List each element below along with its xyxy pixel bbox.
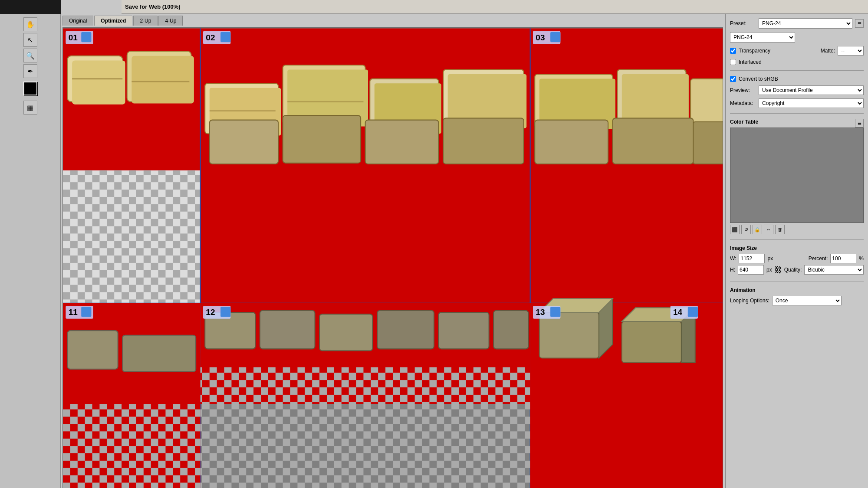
matte-select[interactable]: -- [838, 46, 864, 56]
svg-rect-51 [493, 311, 528, 349]
preset-menu-btn[interactable]: ☰ [855, 19, 864, 28]
svg-rect-73 [81, 307, 91, 317]
looping-select[interactable]: Once Forever [772, 296, 842, 305]
svg-text:02: 02 [206, 33, 215, 42]
w-px-label: px [767, 255, 773, 262]
ct-btn-3[interactable]: 🔒 [753, 225, 762, 234]
divider-4 [730, 282, 864, 282]
svg-rect-82 [688, 307, 698, 317]
dialog-title: Save for Web (100%) [125, 3, 181, 10]
constrain-proportions-icon[interactable]: ⛓ [775, 265, 782, 275]
foreground-color[interactable] [23, 82, 37, 95]
percent-label: Percent: [809, 255, 828, 262]
preview-select[interactable]: Use Document Profile [759, 85, 864, 95]
canvas-area: Original Optimized 2-Up 4-Up [61, 14, 725, 488]
svg-text:13: 13 [536, 308, 545, 317]
svg-rect-25 [365, 120, 439, 164]
height-input[interactable] [738, 265, 764, 275]
title-bar: Save for Web (100%) [122, 0, 868, 14]
image-size-label: Image Size [730, 245, 864, 251]
divider-2 [730, 113, 864, 114]
svg-rect-5 [63, 170, 201, 303]
ct-btn-4[interactable]: ↔ [764, 225, 773, 234]
srgb-row: Convert to sRGB [730, 76, 864, 82]
svg-text:12: 12 [206, 308, 215, 317]
width-input[interactable] [739, 254, 765, 263]
preset-select[interactable]: PNG-24 [759, 18, 852, 29]
svg-rect-7 [72, 60, 125, 104]
svg-text:11: 11 [69, 308, 78, 317]
svg-rect-70 [550, 32, 560, 42]
svg-rect-52 [201, 354, 530, 367]
percent-input[interactable] [830, 254, 856, 263]
svg-rect-67 [220, 32, 230, 42]
tab-2up[interactable]: 2-Up [133, 16, 158, 26]
srgb-label: Convert to sRGB [739, 76, 778, 82]
divider-1 [730, 70, 864, 71]
h-label: H: [730, 267, 735, 273]
svg-rect-61 [530, 367, 668, 488]
transparency-row: Transparency Matte: -- [730, 46, 864, 56]
svg-text:14: 14 [673, 308, 683, 317]
transparency-label: Transparency [739, 48, 770, 54]
svg-rect-34 [613, 118, 694, 164]
svg-rect-24 [283, 115, 361, 163]
quality-label: Quality: [784, 267, 802, 273]
transparency-checkbox[interactable] [730, 48, 736, 54]
right-panel: Preset: PNG-24 ☰ PNG-24 Transparency Mat… [725, 14, 868, 488]
format-select[interactable]: PNG-24 [730, 32, 795, 43]
svg-rect-53 [201, 367, 530, 488]
image-viewer[interactable]: 01 02 03 11 12 [62, 27, 723, 488]
metadata-label: Metadata: [730, 100, 756, 106]
ct-btn-5[interactable]: 🗑 [775, 225, 785, 234]
format-row: PNG-24 [730, 32, 864, 43]
svg-rect-49 [377, 311, 434, 349]
looping-label: Looping Options: [730, 298, 769, 304]
animation-label: Animation [730, 287, 864, 293]
tab-original[interactable]: Original [62, 16, 93, 26]
svg-rect-35 [693, 122, 723, 164]
svg-rect-26 [443, 118, 524, 164]
pct-label: % [859, 255, 864, 262]
hand-tool[interactable]: ✋ [23, 17, 37, 31]
zoom-tool[interactable]: 🔍 [23, 49, 37, 62]
color-table-area [730, 128, 864, 223]
svg-rect-23 [210, 120, 278, 164]
svg-rect-48 [319, 314, 372, 350]
svg-rect-79 [550, 307, 560, 317]
metadata-select[interactable]: Copyright [759, 98, 864, 108]
matte-label: Matte: [821, 48, 835, 54]
select-tool[interactable]: ↖ [23, 33, 37, 47]
color-table-label: Color Table [730, 119, 758, 125]
width-row: W: px Percent: % [730, 254, 864, 263]
ct-btn-1[interactable]: ⬛ [730, 225, 740, 234]
interlaced-row: Interlaced [730, 59, 864, 65]
preset-label: Preset: [730, 20, 756, 26]
tab-optimized[interactable]: Optimized [94, 16, 132, 26]
interlaced-checkbox[interactable] [730, 59, 736, 65]
svg-rect-41 [68, 331, 118, 369]
svg-rect-55 [539, 312, 599, 358]
tab-4up[interactable]: 4-Up [158, 16, 183, 26]
eyedropper-tool[interactable]: ✒ [23, 64, 37, 78]
svg-rect-76 [220, 307, 230, 317]
preset-row: Preset: PNG-24 ☰ [730, 18, 864, 29]
svg-rect-64 [81, 32, 91, 42]
transparency-check-row: Transparency [730, 48, 770, 54]
srgb-checkbox[interactable] [730, 76, 736, 82]
view-tabs: Original Optimized 2-Up 4-Up [62, 16, 723, 26]
save-for-web-dialog: Save for Web (100%) Original Optimized 2… [61, 0, 868, 488]
height-row: H: px ⛓ Quality: Bicubic [730, 265, 864, 275]
left-toolbar: ✋ ↖ 🔍 ✒ ▦ [0, 14, 61, 488]
preview-label: Preview: [730, 87, 756, 93]
svg-rect-44 [63, 404, 201, 488]
color-table-menu-btn[interactable]: ☰ [855, 119, 864, 128]
layers-btn[interactable]: ▦ [23, 101, 37, 115]
svg-rect-33 [535, 120, 608, 164]
color-table-header: Color Table ☰ [730, 119, 864, 128]
quality-select[interactable]: Bicubic [804, 265, 864, 275]
looping-row: Looping Options: Once Forever [730, 296, 864, 305]
ct-btn-2[interactable]: ↺ [741, 225, 751, 234]
color-table-section: Color Table ☰ ⬛ ↺ 🔒 ↔ 🗑 [730, 119, 864, 234]
divider-3 [730, 239, 864, 240]
